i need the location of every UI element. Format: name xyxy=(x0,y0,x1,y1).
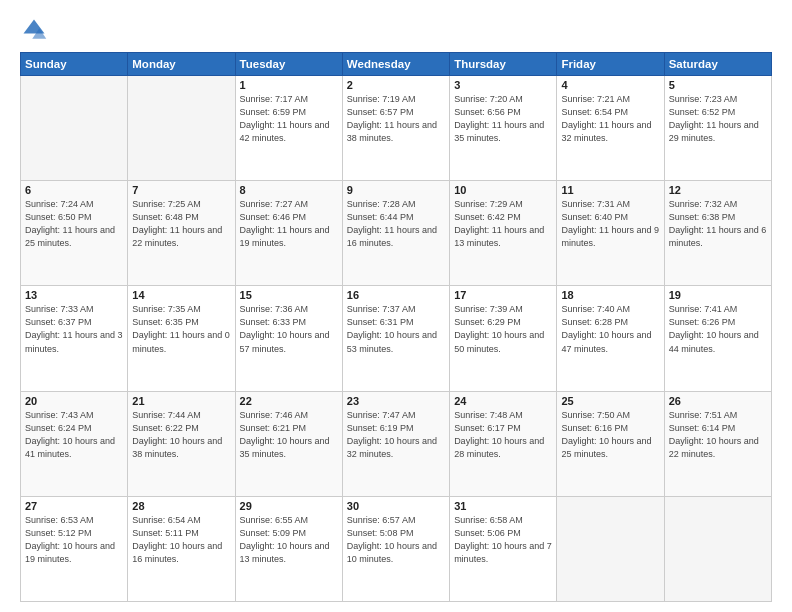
day-detail: Sunrise: 7:20 AM Sunset: 6:56 PM Dayligh… xyxy=(454,93,552,145)
day-number: 8 xyxy=(240,184,338,196)
logo xyxy=(20,16,52,44)
day-detail: Sunrise: 7:24 AM Sunset: 6:50 PM Dayligh… xyxy=(25,198,123,250)
day-detail: Sunrise: 6:53 AM Sunset: 5:12 PM Dayligh… xyxy=(25,514,123,566)
day-cell: 8Sunrise: 7:27 AM Sunset: 6:46 PM Daylig… xyxy=(235,181,342,286)
day-cell: 19Sunrise: 7:41 AM Sunset: 6:26 PM Dayli… xyxy=(664,286,771,391)
calendar-header-row: SundayMondayTuesdayWednesdayThursdayFrid… xyxy=(21,53,772,76)
day-number: 3 xyxy=(454,79,552,91)
day-detail: Sunrise: 7:50 AM Sunset: 6:16 PM Dayligh… xyxy=(561,409,659,461)
day-cell: 25Sunrise: 7:50 AM Sunset: 6:16 PM Dayli… xyxy=(557,391,664,496)
day-cell: 4Sunrise: 7:21 AM Sunset: 6:54 PM Daylig… xyxy=(557,76,664,181)
col-header-friday: Friday xyxy=(557,53,664,76)
day-number: 24 xyxy=(454,395,552,407)
day-number: 14 xyxy=(132,289,230,301)
col-header-monday: Monday xyxy=(128,53,235,76)
day-cell: 31Sunrise: 6:58 AM Sunset: 5:06 PM Dayli… xyxy=(450,496,557,601)
day-number: 17 xyxy=(454,289,552,301)
day-cell: 6Sunrise: 7:24 AM Sunset: 6:50 PM Daylig… xyxy=(21,181,128,286)
day-number: 11 xyxy=(561,184,659,196)
week-row-4: 20Sunrise: 7:43 AM Sunset: 6:24 PM Dayli… xyxy=(21,391,772,496)
day-number: 22 xyxy=(240,395,338,407)
day-detail: Sunrise: 7:27 AM Sunset: 6:46 PM Dayligh… xyxy=(240,198,338,250)
day-cell: 1Sunrise: 7:17 AM Sunset: 6:59 PM Daylig… xyxy=(235,76,342,181)
day-cell: 30Sunrise: 6:57 AM Sunset: 5:08 PM Dayli… xyxy=(342,496,449,601)
day-detail: Sunrise: 7:35 AM Sunset: 6:35 PM Dayligh… xyxy=(132,303,230,355)
day-detail: Sunrise: 7:48 AM Sunset: 6:17 PM Dayligh… xyxy=(454,409,552,461)
day-cell: 18Sunrise: 7:40 AM Sunset: 6:28 PM Dayli… xyxy=(557,286,664,391)
day-cell: 21Sunrise: 7:44 AM Sunset: 6:22 PM Dayli… xyxy=(128,391,235,496)
day-detail: Sunrise: 7:25 AM Sunset: 6:48 PM Dayligh… xyxy=(132,198,230,250)
calendar-table: SundayMondayTuesdayWednesdayThursdayFrid… xyxy=(20,52,772,602)
day-detail: Sunrise: 7:32 AM Sunset: 6:38 PM Dayligh… xyxy=(669,198,767,250)
day-cell: 23Sunrise: 7:47 AM Sunset: 6:19 PM Dayli… xyxy=(342,391,449,496)
col-header-thursday: Thursday xyxy=(450,53,557,76)
day-cell: 16Sunrise: 7:37 AM Sunset: 6:31 PM Dayli… xyxy=(342,286,449,391)
day-number: 16 xyxy=(347,289,445,301)
day-number: 6 xyxy=(25,184,123,196)
day-detail: Sunrise: 7:43 AM Sunset: 6:24 PM Dayligh… xyxy=(25,409,123,461)
day-detail: Sunrise: 7:39 AM Sunset: 6:29 PM Dayligh… xyxy=(454,303,552,355)
day-detail: Sunrise: 7:31 AM Sunset: 6:40 PM Dayligh… xyxy=(561,198,659,250)
day-cell: 9Sunrise: 7:28 AM Sunset: 6:44 PM Daylig… xyxy=(342,181,449,286)
header xyxy=(20,16,772,44)
day-detail: Sunrise: 7:40 AM Sunset: 6:28 PM Dayligh… xyxy=(561,303,659,355)
day-cell xyxy=(128,76,235,181)
day-cell: 15Sunrise: 7:36 AM Sunset: 6:33 PM Dayli… xyxy=(235,286,342,391)
day-detail: Sunrise: 6:54 AM Sunset: 5:11 PM Dayligh… xyxy=(132,514,230,566)
day-cell xyxy=(557,496,664,601)
day-number: 21 xyxy=(132,395,230,407)
generalblue-logo-icon xyxy=(20,16,48,44)
day-cell: 27Sunrise: 6:53 AM Sunset: 5:12 PM Dayli… xyxy=(21,496,128,601)
col-header-tuesday: Tuesday xyxy=(235,53,342,76)
page: SundayMondayTuesdayWednesdayThursdayFrid… xyxy=(0,0,792,612)
day-cell xyxy=(21,76,128,181)
day-number: 25 xyxy=(561,395,659,407)
day-detail: Sunrise: 7:46 AM Sunset: 6:21 PM Dayligh… xyxy=(240,409,338,461)
day-detail: Sunrise: 6:58 AM Sunset: 5:06 PM Dayligh… xyxy=(454,514,552,566)
day-cell: 13Sunrise: 7:33 AM Sunset: 6:37 PM Dayli… xyxy=(21,286,128,391)
day-cell: 20Sunrise: 7:43 AM Sunset: 6:24 PM Dayli… xyxy=(21,391,128,496)
day-number: 2 xyxy=(347,79,445,91)
day-cell: 7Sunrise: 7:25 AM Sunset: 6:48 PM Daylig… xyxy=(128,181,235,286)
day-cell: 12Sunrise: 7:32 AM Sunset: 6:38 PM Dayli… xyxy=(664,181,771,286)
col-header-wednesday: Wednesday xyxy=(342,53,449,76)
day-cell: 2Sunrise: 7:19 AM Sunset: 6:57 PM Daylig… xyxy=(342,76,449,181)
day-detail: Sunrise: 7:29 AM Sunset: 6:42 PM Dayligh… xyxy=(454,198,552,250)
day-number: 26 xyxy=(669,395,767,407)
col-header-sunday: Sunday xyxy=(21,53,128,76)
day-number: 15 xyxy=(240,289,338,301)
day-number: 9 xyxy=(347,184,445,196)
day-number: 5 xyxy=(669,79,767,91)
day-number: 18 xyxy=(561,289,659,301)
day-detail: Sunrise: 7:21 AM Sunset: 6:54 PM Dayligh… xyxy=(561,93,659,145)
day-detail: Sunrise: 7:41 AM Sunset: 6:26 PM Dayligh… xyxy=(669,303,767,355)
week-row-5: 27Sunrise: 6:53 AM Sunset: 5:12 PM Dayli… xyxy=(21,496,772,601)
day-number: 13 xyxy=(25,289,123,301)
day-cell: 29Sunrise: 6:55 AM Sunset: 5:09 PM Dayli… xyxy=(235,496,342,601)
day-cell: 24Sunrise: 7:48 AM Sunset: 6:17 PM Dayli… xyxy=(450,391,557,496)
day-cell: 22Sunrise: 7:46 AM Sunset: 6:21 PM Dayli… xyxy=(235,391,342,496)
day-cell xyxy=(664,496,771,601)
day-number: 4 xyxy=(561,79,659,91)
day-detail: Sunrise: 7:44 AM Sunset: 6:22 PM Dayligh… xyxy=(132,409,230,461)
col-header-saturday: Saturday xyxy=(664,53,771,76)
day-number: 1 xyxy=(240,79,338,91)
day-number: 10 xyxy=(454,184,552,196)
day-detail: Sunrise: 7:47 AM Sunset: 6:19 PM Dayligh… xyxy=(347,409,445,461)
week-row-3: 13Sunrise: 7:33 AM Sunset: 6:37 PM Dayli… xyxy=(21,286,772,391)
day-number: 23 xyxy=(347,395,445,407)
day-detail: Sunrise: 6:55 AM Sunset: 5:09 PM Dayligh… xyxy=(240,514,338,566)
day-detail: Sunrise: 7:19 AM Sunset: 6:57 PM Dayligh… xyxy=(347,93,445,145)
week-row-1: 1Sunrise: 7:17 AM Sunset: 6:59 PM Daylig… xyxy=(21,76,772,181)
day-number: 7 xyxy=(132,184,230,196)
day-number: 30 xyxy=(347,500,445,512)
day-cell: 14Sunrise: 7:35 AM Sunset: 6:35 PM Dayli… xyxy=(128,286,235,391)
day-number: 27 xyxy=(25,500,123,512)
day-detail: Sunrise: 7:33 AM Sunset: 6:37 PM Dayligh… xyxy=(25,303,123,355)
day-cell: 17Sunrise: 7:39 AM Sunset: 6:29 PM Dayli… xyxy=(450,286,557,391)
day-cell: 26Sunrise: 7:51 AM Sunset: 6:14 PM Dayli… xyxy=(664,391,771,496)
day-cell: 5Sunrise: 7:23 AM Sunset: 6:52 PM Daylig… xyxy=(664,76,771,181)
day-detail: Sunrise: 7:28 AM Sunset: 6:44 PM Dayligh… xyxy=(347,198,445,250)
day-number: 29 xyxy=(240,500,338,512)
day-number: 20 xyxy=(25,395,123,407)
